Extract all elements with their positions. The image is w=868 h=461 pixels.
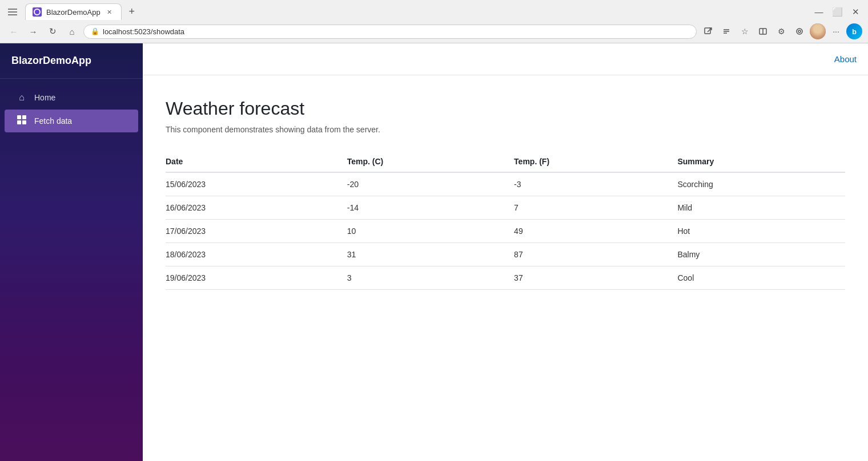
sidebar-toggle-btn[interactable] [5,4,21,20]
cell-summary-0: Scorching [677,172,845,196]
sidebar-item-fetch-data[interactable]: Fetch data [5,110,138,132]
cell-temp_c-1: -14 [347,196,514,220]
sidebar-nav: ⌂ Home Fetch data [0,79,143,140]
tab-close-btn[interactable]: ✕ [105,7,114,17]
col-header-summary: Summary [677,151,845,172]
cell-temp_c-4: 3 [347,266,514,290]
cell-temp_c-2: 10 [347,220,514,243]
cell-date-4: 19/06/2023 [166,266,347,290]
sidebar-item-home[interactable]: ⌂ Home [5,87,138,108]
svg-rect-3 [705,28,710,34]
table-row: 15/06/2023-20-3Scorching [166,172,845,196]
cell-summary-1: Mild [677,196,845,220]
sidebar-item-home-label: Home [34,93,55,102]
minimize-btn[interactable]: — [811,4,827,20]
cell-summary-4: Cool [677,266,845,290]
cell-temp_f-3: 87 [514,243,677,266]
cell-temp_f-2: 49 [514,220,677,243]
col-header-temp-c: Temp. (C) [347,151,514,172]
bing-copilot-btn[interactable]: b [846,23,862,39]
browser-chrome: BlazorDemoApp ✕ + — ⬜ ✕ ← → ↻ ⌂ 🔒 localh… [0,0,868,43]
table-icon [16,115,27,127]
tab-favicon-icon [33,7,42,17]
table-row: 17/06/20231049Hot [166,220,845,243]
svg-point-11 [798,30,801,33]
more-options-btn[interactable]: ··· [828,23,844,39]
cell-temp_c-0: -20 [347,172,514,196]
close-window-btn[interactable]: ✕ [847,4,863,20]
cell-summary-3: Balmy [677,243,845,266]
col-header-temp-f: Temp. (F) [514,151,677,172]
cell-date-2: 17/06/2023 [166,220,347,243]
share-btn[interactable] [700,23,716,39]
cell-temp_f-4: 37 [514,266,677,290]
profile-avatar [810,23,826,39]
about-link[interactable]: About [834,54,857,64]
page-subtitle: This component demonstrates showing data… [166,125,845,134]
lock-icon: 🔒 [91,27,99,35]
cell-date-0: 15/06/2023 [166,172,347,196]
main-content: Weather forecast This component demonstr… [143,75,868,461]
sidebar-brand: BlazorDemoApp [0,43,143,79]
cell-temp_f-1: 7 [514,196,677,220]
forward-btn[interactable]: → [25,23,41,39]
refresh-btn[interactable]: ↻ [45,23,61,39]
browser-title-bar: BlazorDemoApp ✕ + — ⬜ ✕ [0,0,868,20]
table-header-row: Date Temp. (C) Temp. (F) Summary [166,151,845,172]
read-mode-btn[interactable] [718,23,734,39]
split-screen-btn[interactable] [755,23,771,39]
browser-actions: ☆ ⚙ ··· b [700,23,862,39]
svg-line-4 [708,28,712,32]
back-btn[interactable]: ← [6,23,22,39]
top-bar: About [143,43,868,75]
col-header-date: Date [166,151,347,172]
new-tab-btn[interactable]: + [124,4,140,20]
svg-rect-15 [22,120,26,124]
svg-rect-12 [17,115,21,119]
cell-temp_f-0: -3 [514,172,677,196]
active-browser-tab[interactable]: BlazorDemoApp ✕ [25,3,122,20]
profile-btn[interactable] [810,23,826,39]
cell-temp_c-3: 31 [347,243,514,266]
table-row: 16/06/2023-147Mild [166,196,845,220]
table-row: 19/06/2023337Cool [166,266,845,290]
svg-rect-14 [17,120,21,124]
settings-btn[interactable]: ⚙ [773,23,789,39]
table-row: 18/06/20233187Balmy [166,243,845,266]
sidebar-item-fetch-data-label: Fetch data [34,116,72,126]
weather-table: Date Temp. (C) Temp. (F) Summary 15/06/2… [166,151,845,290]
page-title: Weather forecast [166,98,845,119]
svg-rect-13 [22,115,26,119]
extensions-btn[interactable] [791,23,807,39]
cell-summary-2: Hot [677,220,845,243]
app-container: BlazorDemoApp ⌂ Home Fetch data [0,43,868,461]
maximize-btn[interactable]: ⬜ [829,4,845,20]
cell-date-1: 16/06/2023 [166,196,347,220]
address-bar[interactable]: 🔒 localhost:5023/showdata [83,25,697,39]
browser-nav-bar: ← → ↻ ⌂ 🔒 localhost:5023/showdata [0,20,868,43]
cell-date-3: 18/06/2023 [166,243,347,266]
home-btn[interactable]: ⌂ [64,23,80,39]
main-area: About Weather forecast This component de… [143,43,868,461]
favorites-btn[interactable]: ☆ [737,23,753,39]
url-text: localhost:5023/showdata [103,27,689,36]
sidebar: BlazorDemoApp ⌂ Home Fetch data [0,43,143,461]
tab-title: BlazorDemoApp [46,8,101,17]
home-icon: ⌂ [16,92,27,103]
svg-point-10 [797,29,802,34]
